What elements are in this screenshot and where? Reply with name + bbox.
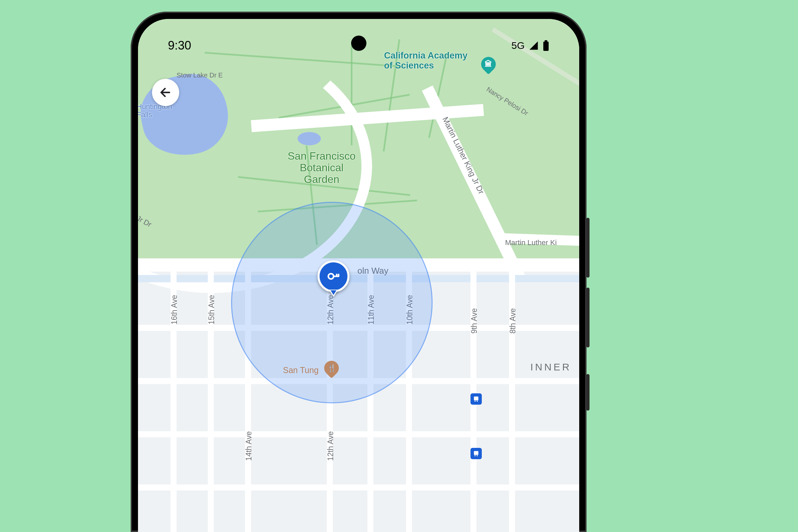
arrow-left-icon	[159, 86, 172, 99]
phone-frame: San Francisco Botanical Garden Californi…	[131, 12, 587, 532]
ave8-label: 8th Ave	[508, 308, 517, 334]
svg-point-5	[477, 455, 478, 456]
ave16-label: 16th Ave	[170, 295, 179, 324]
ave12b-label: 12th Ave	[326, 431, 335, 461]
volume-down-button[interactable]	[586, 288, 590, 347]
bus-icon	[473, 450, 479, 457]
ave15-label: 15th Ave	[207, 295, 216, 324]
map-view[interactable]: San Francisco Botanical Garden Californi…	[138, 19, 579, 532]
area-label: INNER	[530, 361, 571, 373]
cross-4	[138, 484, 579, 491]
transit-stop-1[interactable]	[471, 393, 482, 405]
stow-lake-label: Stow Lake Dr E	[176, 72, 223, 79]
phone-screen: San Francisco Botanical Garden Californi…	[138, 19, 579, 532]
park-label: San Francisco Botanical Garden	[288, 150, 356, 186]
svg-rect-7	[543, 41, 549, 51]
stage: San Francisco Botanical Garden Californi…	[0, 0, 798, 532]
signal-icon	[528, 41, 539, 51]
svg-point-2	[477, 401, 478, 402]
mlk-edge-label: Martin Luther Ki	[505, 239, 557, 247]
ave9-label: 9th Ave	[470, 308, 479, 334]
svg-rect-8	[545, 40, 547, 41]
location-accuracy-circle	[231, 202, 433, 403]
status-time: 9:30	[168, 39, 191, 53]
svg-rect-0	[474, 397, 478, 401]
key-icon	[326, 269, 341, 284]
network-label: 5G	[511, 40, 525, 51]
ave-8	[509, 258, 515, 532]
status-right: 5G	[511, 40, 549, 51]
svg-point-1	[474, 401, 475, 402]
back-button[interactable]	[152, 79, 179, 106]
volume-up-button[interactable]	[586, 218, 590, 278]
svg-point-4	[474, 455, 475, 456]
museum-icon: 🏛	[485, 60, 492, 69]
battery-icon	[543, 40, 549, 51]
ave14-label: 14th Ave	[244, 431, 253, 461]
power-button[interactable]	[586, 374, 590, 411]
cross-3	[138, 431, 579, 437]
transit-stop-2[interactable]	[471, 448, 482, 459]
location-marker[interactable]	[318, 260, 349, 292]
bus-icon	[473, 396, 479, 402]
front-camera	[351, 36, 366, 51]
svg-rect-3	[474, 451, 478, 455]
